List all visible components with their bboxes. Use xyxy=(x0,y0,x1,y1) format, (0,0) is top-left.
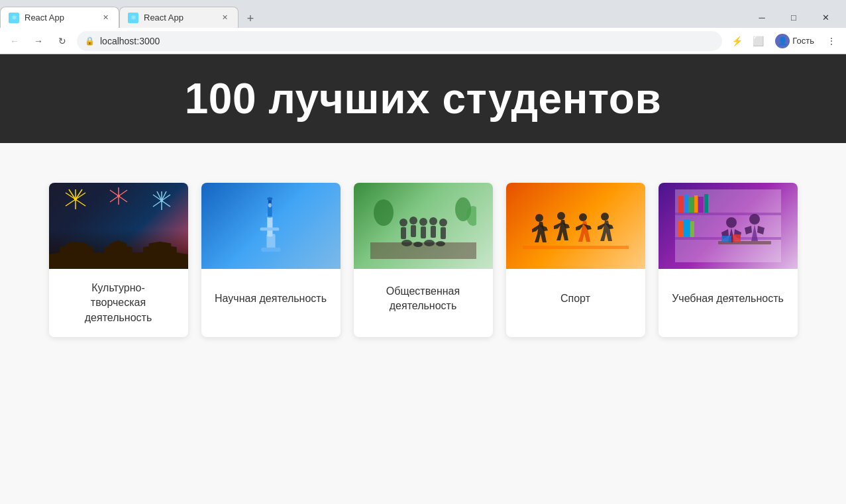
card-image-science xyxy=(201,183,341,269)
svg-rect-47 xyxy=(441,227,446,239)
svg-rect-52 xyxy=(523,246,629,249)
card-image-study xyxy=(659,183,798,269)
svg-line-6 xyxy=(69,189,76,199)
svg-rect-41 xyxy=(411,225,416,237)
tab-bar: ⚛ React App ✕ ⚛ React App ✕ + ─ □ ✕ xyxy=(0,0,846,28)
tab-2-title: React App xyxy=(144,13,214,23)
categories-grid: Культурно-творческаядеятельность xyxy=(20,183,826,337)
url-bar[interactable]: 🔒 localhost:3000 xyxy=(77,31,722,51)
svg-line-4 xyxy=(66,199,76,206)
forward-button[interactable]: → xyxy=(29,32,48,50)
menu-button[interactable]: ⋮ xyxy=(822,32,841,50)
library-svg xyxy=(675,189,781,262)
svg-point-46 xyxy=(439,219,447,227)
svg-rect-26 xyxy=(261,248,280,252)
address-bar: ← → ↻ 🔒 localhost:3000 ⚡ ⬜ 👤 Гость ⋮ xyxy=(0,28,846,54)
svg-rect-27 xyxy=(267,215,272,237)
tab-2-close[interactable]: ✕ xyxy=(219,13,230,23)
svg-point-51 xyxy=(436,241,445,246)
svg-rect-68 xyxy=(690,221,694,237)
address-actions: ⚡ ⬜ 👤 Гость ⋮ xyxy=(727,32,841,50)
svg-point-33 xyxy=(268,203,271,208)
translate-icon[interactable]: ⚡ xyxy=(727,32,746,50)
svg-rect-43 xyxy=(421,227,426,238)
svg-line-12 xyxy=(110,196,119,202)
tab-2-favicon: ⚛ xyxy=(128,13,138,23)
svg-rect-66 xyxy=(678,221,683,237)
svg-line-18 xyxy=(153,201,162,207)
svg-point-22 xyxy=(74,198,77,201)
svg-point-44 xyxy=(429,217,437,225)
svg-rect-60 xyxy=(678,196,684,213)
minimize-button[interactable]: ─ xyxy=(747,7,777,28)
new-tab-button[interactable]: + xyxy=(241,9,260,28)
svg-rect-72 xyxy=(721,236,731,242)
category-card-sport[interactable]: Спорт xyxy=(506,183,645,337)
svg-point-32 xyxy=(267,197,272,201)
svg-line-13 xyxy=(110,190,119,196)
building-silhouette xyxy=(49,232,188,269)
user-avatar: 👤 xyxy=(775,34,790,48)
svg-rect-58 xyxy=(675,213,781,215)
fireworks-decoration xyxy=(49,186,188,232)
svg-rect-63 xyxy=(694,195,698,213)
svg-point-49 xyxy=(413,242,423,247)
category-card-science[interactable]: Научная деятельность xyxy=(201,183,341,337)
tab-1-title: React App xyxy=(25,13,95,23)
svg-line-9 xyxy=(119,190,127,196)
svg-rect-67 xyxy=(684,219,690,237)
svg-line-2 xyxy=(76,199,85,206)
svg-point-34 xyxy=(374,199,394,226)
svg-point-50 xyxy=(424,240,435,246)
svg-point-69 xyxy=(726,217,737,228)
svg-point-56 xyxy=(601,213,609,221)
svg-rect-61 xyxy=(684,195,688,213)
card-label-sport: Спорт xyxy=(506,269,645,328)
svg-line-5 xyxy=(66,193,76,199)
url-text: localhost:3000 xyxy=(100,36,160,46)
svg-line-10 xyxy=(119,196,127,202)
svg-point-38 xyxy=(399,219,407,227)
svg-point-70 xyxy=(749,214,760,225)
svg-point-55 xyxy=(579,213,587,221)
category-card-social[interactable]: Общественная деятельность xyxy=(354,183,493,337)
svg-line-16 xyxy=(162,201,170,207)
window-controls: ─ □ ✕ xyxy=(747,7,846,28)
close-button[interactable]: ✕ xyxy=(810,7,841,28)
svg-line-1 xyxy=(76,193,85,199)
user-label: Гость xyxy=(792,36,814,46)
tab-2[interactable]: ⚛ React App ✕ xyxy=(119,7,238,28)
svg-rect-73 xyxy=(733,234,741,242)
card-label-social: Общественная деятельность xyxy=(354,269,493,328)
svg-rect-30 xyxy=(268,206,272,217)
card-label-cultural: Культурно-творческаядеятельность xyxy=(49,269,188,337)
tab-1[interactable]: ⚛ React App ✕ xyxy=(0,7,119,28)
card-image-social xyxy=(354,183,493,269)
svg-point-53 xyxy=(535,214,543,222)
tab-1-close[interactable]: ✕ xyxy=(100,13,111,23)
card-image-cultural xyxy=(49,183,188,269)
svg-point-23 xyxy=(117,195,120,197)
svg-line-7 xyxy=(76,189,82,199)
maximize-button[interactable]: □ xyxy=(778,7,809,28)
svg-point-48 xyxy=(401,240,412,246)
svg-rect-37 xyxy=(370,242,476,259)
browser-chrome: ⚛ React App ✕ ⚛ React App ✕ + ─ □ ✕ ← → … xyxy=(0,0,846,54)
sidebar-toggle[interactable]: ⬜ xyxy=(749,32,767,50)
group-svg xyxy=(370,193,476,259)
user-profile-button[interactable]: 👤 Гость xyxy=(770,32,820,50)
reload-button[interactable]: ↻ xyxy=(53,32,72,50)
category-card-study[interactable]: Учебная деятельность xyxy=(659,183,798,337)
category-card-cultural[interactable]: Культурно-творческаядеятельность xyxy=(49,183,188,337)
svg-rect-39 xyxy=(401,227,406,239)
svg-point-54 xyxy=(557,212,565,220)
card-label-science: Научная деятельность xyxy=(201,269,341,328)
back-button[interactable]: ← xyxy=(5,32,24,50)
svg-rect-65 xyxy=(704,194,708,213)
svg-rect-62 xyxy=(689,197,694,213)
svg-rect-45 xyxy=(431,226,436,238)
app-wrapper: 100 лучших студентов xyxy=(0,54,846,504)
svg-rect-28 xyxy=(260,227,279,230)
card-label-study: Учебная деятельность xyxy=(659,269,798,328)
svg-rect-64 xyxy=(698,197,704,213)
